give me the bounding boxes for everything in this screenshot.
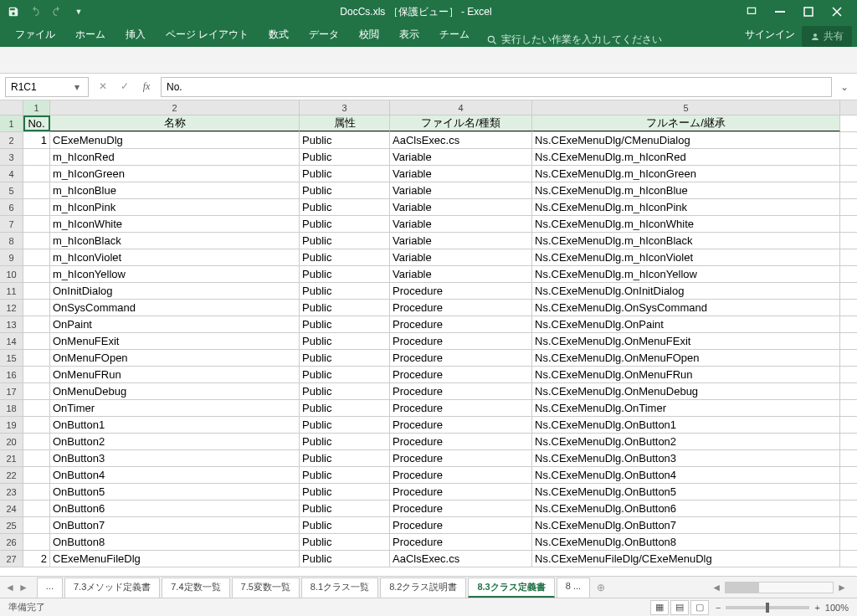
cell[interactable] bbox=[23, 367, 50, 382]
cell[interactable]: CExeMenuFileDlg bbox=[50, 551, 300, 567]
cell[interactable]: Public bbox=[300, 149, 390, 165]
cell[interactable]: Ns.CExeMenuFileDlg/CExeMenuDlg bbox=[532, 551, 840, 567]
save-icon[interactable] bbox=[3, 2, 23, 22]
row-header[interactable]: 16 bbox=[0, 367, 23, 382]
cell[interactable]: OnSysCommand bbox=[50, 300, 300, 316]
cell[interactable]: m_hIconYellow bbox=[50, 266, 300, 282]
cell[interactable]: Ns.CExeMenuDlg.OnButton8 bbox=[532, 534, 840, 550]
row-header[interactable]: 1 bbox=[0, 116, 23, 131]
select-all-corner[interactable] bbox=[0, 100, 23, 115]
cell[interactable]: Public bbox=[300, 450, 390, 466]
row-header[interactable]: 23 bbox=[0, 484, 23, 500]
row-header[interactable]: 7 bbox=[0, 216, 23, 232]
cell[interactable]: Ns.CExeMenuDlg.OnButton5 bbox=[532, 484, 840, 500]
cell[interactable]: Variable bbox=[390, 266, 532, 282]
cell[interactable] bbox=[23, 283, 50, 299]
cell[interactable] bbox=[23, 350, 50, 366]
cell[interactable] bbox=[23, 400, 50, 416]
cell[interactable]: Ns.CExeMenuDlg.OnButton7 bbox=[532, 517, 840, 533]
cell[interactable]: OnMenuFExit bbox=[50, 333, 300, 349]
row-header[interactable]: 2 bbox=[0, 132, 23, 148]
cell[interactable] bbox=[23, 182, 50, 198]
cell[interactable]: OnButton6 bbox=[50, 501, 300, 516]
tab-data[interactable]: データ bbox=[299, 23, 349, 47]
row-header[interactable]: 10 bbox=[0, 266, 23, 282]
scroll-left-icon[interactable]: ◄ bbox=[711, 582, 721, 593]
cell[interactable]: AaClsExec.cs bbox=[390, 551, 532, 567]
tab-team[interactable]: チーム bbox=[429, 23, 480, 47]
col-header[interactable]: 2 bbox=[50, 100, 300, 115]
col-header[interactable]: 1 bbox=[23, 100, 50, 115]
sheet-tab[interactable]: 8 ... bbox=[557, 578, 590, 598]
sheet-nav-next-icon[interactable]: ► bbox=[18, 582, 28, 593]
cell[interactable]: Public bbox=[300, 199, 390, 215]
cell[interactable]: OnButton8 bbox=[50, 534, 300, 550]
row-header[interactable]: 3 bbox=[0, 149, 23, 165]
cell[interactable] bbox=[23, 316, 50, 332]
cell[interactable]: OnPaint bbox=[50, 316, 300, 332]
cell[interactable]: m_hIconBlue bbox=[50, 182, 300, 198]
cell[interactable] bbox=[23, 199, 50, 215]
cell[interactable]: Procedure bbox=[390, 417, 532, 433]
tab-home[interactable]: ホーム bbox=[65, 23, 115, 47]
header-cell[interactable]: 属性 bbox=[300, 116, 390, 131]
cell[interactable]: Procedure bbox=[390, 383, 532, 399]
cell[interactable]: OnMenuFOpen bbox=[50, 350, 300, 366]
cell[interactable] bbox=[23, 166, 50, 182]
cell[interactable] bbox=[23, 333, 50, 349]
view-normal-icon[interactable]: ▦ bbox=[650, 600, 669, 615]
close-icon[interactable] bbox=[829, 3, 845, 20]
cell[interactable]: Public bbox=[300, 333, 390, 349]
cell[interactable]: Ns.CExeMenuDlg.m_hIconPink bbox=[532, 199, 840, 215]
cell[interactable]: Ns.CExeMenuDlg.OnPaint bbox=[532, 316, 840, 332]
cell[interactable]: Ns.CExeMenuDlg.OnMenuFOpen bbox=[532, 350, 840, 366]
cell[interactable]: Variable bbox=[390, 249, 532, 265]
tab-review[interactable]: 校閲 bbox=[349, 23, 389, 47]
cell[interactable]: Variable bbox=[390, 233, 532, 249]
sheet-nav-prev-icon[interactable]: ◄ bbox=[5, 582, 15, 593]
cell[interactable]: Procedure bbox=[390, 501, 532, 516]
enter-icon[interactable]: ✓ bbox=[115, 80, 134, 93]
cell[interactable] bbox=[23, 216, 50, 232]
sheet-tab[interactable]: 7.3メソッド定義書 bbox=[64, 578, 160, 598]
cell[interactable]: OnMenuDebug bbox=[50, 383, 300, 399]
cell[interactable]: Ns.CExeMenuDlg.m_hIconBlue bbox=[532, 182, 840, 198]
row-header[interactable]: 5 bbox=[0, 182, 23, 198]
scroll-right-icon[interactable]: ► bbox=[837, 582, 847, 593]
cell[interactable]: m_hIconBlack bbox=[50, 233, 300, 249]
row-header[interactable]: 13 bbox=[0, 316, 23, 332]
zoom-slider[interactable] bbox=[726, 606, 809, 609]
header-cell[interactable]: フルネーム/継承 bbox=[532, 116, 840, 131]
cell[interactable]: Public bbox=[300, 249, 390, 265]
cell[interactable]: Public bbox=[300, 182, 390, 198]
cell[interactable] bbox=[23, 501, 50, 516]
share-button[interactable]: 共有 bbox=[802, 26, 852, 47]
tab-formulas[interactable]: 数式 bbox=[259, 23, 299, 47]
cell[interactable]: Public bbox=[300, 367, 390, 382]
row-header[interactable]: 14 bbox=[0, 333, 23, 349]
cell[interactable] bbox=[23, 467, 50, 483]
cell[interactable]: m_hIconPink bbox=[50, 199, 300, 215]
cell[interactable]: Ns.CExeMenuDlg.OnMenuFRun bbox=[532, 367, 840, 382]
cell[interactable]: OnMenuFRun bbox=[50, 367, 300, 382]
cell[interactable]: Ns.CExeMenuDlg.m_hIconGreen bbox=[532, 166, 840, 182]
name-box[interactable]: R1C1 ▾ bbox=[5, 77, 89, 97]
row-header[interactable]: 22 bbox=[0, 467, 23, 483]
row-header[interactable]: 8 bbox=[0, 233, 23, 249]
cell[interactable]: Variable bbox=[390, 182, 532, 198]
cell[interactable]: m_hIconRed bbox=[50, 149, 300, 165]
row-header[interactable]: 9 bbox=[0, 249, 23, 265]
cell[interactable]: Public bbox=[300, 400, 390, 416]
row-header[interactable]: 17 bbox=[0, 383, 23, 399]
minimize-icon[interactable] bbox=[772, 3, 788, 20]
cell[interactable]: OnButton1 bbox=[50, 417, 300, 433]
cell[interactable]: OnButton7 bbox=[50, 517, 300, 533]
row-header[interactable]: 24 bbox=[0, 501, 23, 516]
row-header[interactable]: 20 bbox=[0, 434, 23, 449]
cell[interactable] bbox=[23, 484, 50, 500]
sheet-tab[interactable]: ... bbox=[37, 578, 63, 598]
cell[interactable]: Ns.CExeMenuDlg.m_hIconRed bbox=[532, 149, 840, 165]
cell[interactable]: Procedure bbox=[390, 484, 532, 500]
cell[interactable]: m_hIconViolet bbox=[50, 249, 300, 265]
cell[interactable] bbox=[23, 517, 50, 533]
